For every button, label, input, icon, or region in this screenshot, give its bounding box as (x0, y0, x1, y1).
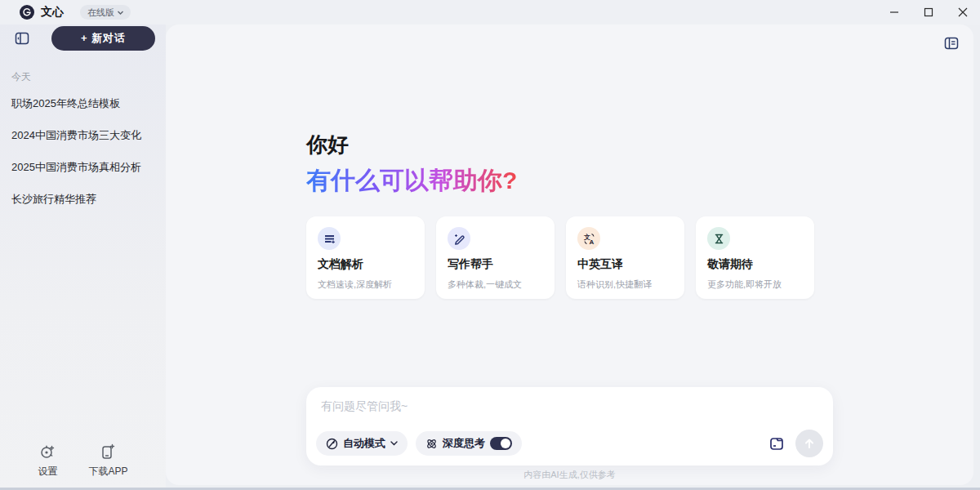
arrow-up-icon (804, 438, 815, 449)
send-button[interactable] (795, 430, 823, 457)
mode-label: 自动模式 (343, 436, 385, 451)
wenxin-logo-icon (20, 5, 34, 20)
deep-think-label: 深度思考 (443, 436, 485, 451)
new-chat-button[interactable]: + 新对话 (51, 26, 155, 51)
card-title: 写作帮手 (448, 257, 543, 272)
card-title: 文档解析 (318, 257, 413, 272)
atom-icon (425, 438, 438, 450)
open-right-panel-icon[interactable] (942, 34, 960, 52)
download-app-button[interactable]: 下载APP (88, 443, 127, 479)
doc-lines-icon (318, 227, 341, 250)
window-controls (877, 0, 980, 24)
titlebar: 文心 在线版 (0, 0, 980, 24)
card-doc-analysis[interactable]: 文档解析 文档速读,深度解析 (306, 216, 425, 299)
card-title: 中英互译 (577, 257, 673, 272)
sidebar-bottom: 设置 下载APP (0, 443, 166, 479)
composer: 自动模式 深度思考 (306, 387, 833, 466)
hourglass-icon (707, 227, 730, 250)
section-label-today: 今天 (11, 70, 166, 84)
phone-plus-icon (99, 443, 117, 461)
conversation-item[interactable]: 长沙旅行精华推荐 (0, 183, 166, 215)
toggle-knob (501, 439, 510, 448)
minimize-button[interactable] (877, 0, 911, 24)
deep-think-pill[interactable]: 深度思考 (416, 431, 522, 456)
pen-icon (448, 227, 470, 250)
folder-icon[interactable] (764, 431, 789, 456)
close-button[interactable] (946, 0, 980, 24)
card-title: 敬请期待 (707, 257, 803, 272)
settings-label: 设置 (38, 465, 57, 479)
auto-mode-icon (326, 438, 338, 450)
composer-toolbar: 自动模式 深度思考 (316, 430, 823, 457)
chevron-down-icon (390, 441, 398, 446)
card-subtitle: 多种体裁,一键成文 (448, 278, 543, 291)
conversation-list: 职场2025年终总结模板 2024中国消费市场三大变化 2025中国消费市场真相… (0, 87, 166, 215)
translate-icon: 文A (577, 227, 600, 250)
main-content: 你好 有什么可以帮助你? 文档解析 文档速读,深度解析 写作帮手 多种体裁,一键 (306, 24, 833, 466)
conversation-item[interactable]: 2025中国消费市场真相分析 (0, 151, 166, 183)
card-translate[interactable]: 文A 中英互译 语种识别,快捷翻译 (566, 216, 684, 299)
feature-cards: 文档解析 文档速读,深度解析 写作帮手 多种体裁,一键成文 文A 中英互译 语种… (306, 216, 833, 299)
app-window: 文心 在线版 + 新对话 今天 职场202 (0, 0, 980, 490)
collapse-sidebar-icon[interactable] (13, 29, 31, 47)
maximize-button[interactable] (911, 0, 946, 24)
app-title: 文心 (41, 5, 64, 20)
message-input[interactable] (306, 387, 833, 425)
main-panel: 你好 有什么可以帮助你? 文档解析 文档速读,深度解析 写作帮手 多种体裁,一键 (166, 24, 973, 485)
hero: 你好 有什么可以帮助你? (306, 24, 833, 195)
gear-sparkle-icon (38, 443, 56, 461)
conversation-item[interactable]: 2024中国消费市场三大变化 (0, 119, 166, 151)
card-subtitle: 更多功能,即将开放 (707, 278, 803, 291)
greeting-line1: 你好 (306, 132, 833, 158)
deep-think-toggle[interactable] (490, 437, 512, 450)
download-app-label: 下载APP (88, 465, 127, 479)
ai-disclaimer: 内容由AI生成,仅供参考 (166, 469, 973, 481)
chevron-down-icon (118, 11, 123, 15)
sidebar: + 新对话 今天 职场2025年终总结模板 2024中国消费市场三大变化 202… (0, 24, 166, 490)
conversation-item[interactable]: 职场2025年终总结模板 (0, 87, 166, 119)
mode-selector[interactable]: 自动模式 (316, 431, 408, 456)
svg-text:A: A (589, 238, 594, 245)
card-writing-helper[interactable]: 写作帮手 多种体裁,一键成文 (436, 216, 555, 299)
card-subtitle: 文档速读,深度解析 (318, 278, 413, 291)
settings-button[interactable]: 设置 (38, 443, 57, 479)
greeting-line2: 有什么可以帮助你? (306, 166, 517, 195)
brand: 文心 在线版 (0, 5, 131, 20)
version-badge-label: 在线版 (87, 7, 114, 19)
card-coming-soon[interactable]: 敬请期待 更多功能,即将开放 (696, 216, 814, 299)
card-subtitle: 语种识别,快捷翻译 (577, 278, 673, 291)
sidebar-top: + 新对话 (0, 24, 166, 57)
version-badge[interactable]: 在线版 (80, 5, 131, 20)
